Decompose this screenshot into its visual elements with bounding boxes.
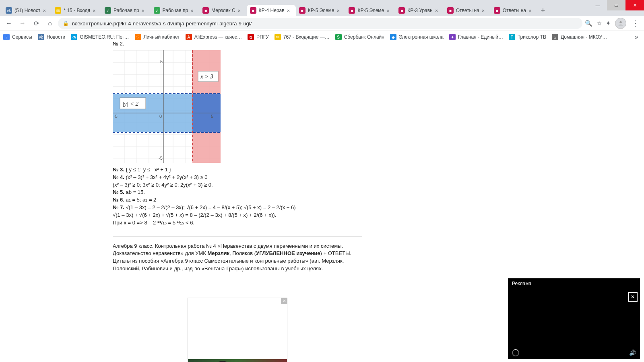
tab-close-icon[interactable]: × xyxy=(287,8,293,14)
tab-strip: vk(51) Новост×✉* 15 - Входя×✓Рабочая пр×… xyxy=(0,0,644,16)
reload-button[interactable]: ⟳ xyxy=(31,18,42,29)
bookmark-item[interactable]: ✿РПГУ xyxy=(248,34,269,40)
ad-banner[interactable]: ВКУСНАЯПРИВЫЧКАКРЕПКОГО xyxy=(188,359,287,362)
bookmark-item[interactable]: SСбербанк Онлайн xyxy=(335,34,384,40)
problem-2-label: № 2. xyxy=(113,40,362,48)
tab-title: Рабочая пр xyxy=(163,8,188,13)
bookmark-label: Новости xyxy=(47,34,65,40)
bookmark-favicon: ✉ xyxy=(275,34,281,40)
bookmark-label: GISMETEO.RU: Пог… xyxy=(80,34,129,40)
bookmark-favicon: ⌂ xyxy=(552,34,558,40)
tab-title: КР-5 Элеме xyxy=(308,8,334,13)
tab-favicon: ■ xyxy=(250,7,256,14)
bookmark-item[interactable]: vkНовости xyxy=(38,34,65,40)
bookmark-label: Главная - Единый… xyxy=(458,34,503,40)
bookmark-item[interactable]: AAliExpress — качес… xyxy=(186,34,242,40)
tab-favicon: ■ xyxy=(447,7,454,14)
tab-close-icon[interactable]: × xyxy=(238,8,244,14)
toolbar: ← → ⟳ ⌂ 🔒 всеконтрольные.рф/kr-4-neraven… xyxy=(0,16,644,31)
bookmark-label: Триколор ТВ xyxy=(518,34,546,40)
window-minimize[interactable]: — xyxy=(588,0,607,10)
video-ad-title: Реклама xyxy=(508,278,640,289)
tab-close-icon[interactable]: × xyxy=(386,8,392,14)
bookmark-star-icon[interactable]: ☆ xyxy=(597,20,602,27)
bookmark-favicon: T xyxy=(509,34,515,40)
bookmark-label: Сбербанк Онлайн xyxy=(344,34,384,40)
back-button[interactable]: ← xyxy=(3,18,14,29)
forward-button[interactable]: → xyxy=(17,18,28,29)
home-button[interactable]: ⌂ xyxy=(44,18,56,29)
browser-tab[interactable]: vk(51) Новост× xyxy=(2,5,52,16)
window-close[interactable]: ✕ xyxy=(625,0,644,10)
zoom-icon[interactable]: 🔍 xyxy=(585,20,592,27)
bookmark-favicon: A xyxy=(186,34,192,40)
problem-4b: (x² – 3)² ≥ 0; 3x² ≥ 0; 4y² ≥ 0; 2y(x² +… xyxy=(113,181,362,189)
divider xyxy=(113,237,362,237)
browser-tab[interactable]: ■Ответы на× xyxy=(444,5,491,16)
new-tab-button[interactable]: + xyxy=(537,5,549,16)
tab-close-icon[interactable]: × xyxy=(336,8,342,14)
bookmarks-overflow[interactable]: » xyxy=(635,33,641,41)
problem-7b: √(1 – 3x) + √(6 + 2x) + √(5 + x) = 8 – (… xyxy=(113,212,362,219)
tab-close-icon[interactable]: × xyxy=(190,8,196,14)
browser-tab[interactable]: ■Мерзляк С× xyxy=(199,5,246,16)
tab-close-icon[interactable]: × xyxy=(435,8,441,14)
tab-close-icon[interactable]: × xyxy=(43,8,48,14)
window-maximize[interactable]: ▭ xyxy=(607,0,625,10)
problem-3: № 3. { y ≤ 1; y ≤ –x² + 1 } xyxy=(113,166,362,174)
bookmark-favicon: ◆ xyxy=(390,34,396,40)
video-ad-overlay: Реклама ✕ 🔊 xyxy=(508,278,640,359)
bookmark-item[interactable]: TТриколор ТВ xyxy=(509,34,546,40)
browser-tab[interactable]: ■КР-3 Уравн× xyxy=(395,5,444,16)
ad-close-button[interactable]: ✕ xyxy=(281,298,287,304)
problem-7: № 7. √(1 – 3x) = 2 – 2/(2 – 3x); √(6 + 2… xyxy=(113,204,362,212)
bookmark-label: 767 - Входящие —… xyxy=(283,34,330,40)
bookmark-favicon: vk xyxy=(38,34,44,40)
tab-close-icon[interactable]: × xyxy=(93,8,98,14)
browser-tab[interactable]: ■КР-5 Элеме× xyxy=(296,5,346,16)
tab-close-icon[interactable]: × xyxy=(142,8,147,14)
bookmark-label: AliExpress — качес… xyxy=(194,34,242,40)
tab-close-icon[interactable]: × xyxy=(528,8,534,14)
extensions-icon[interactable]: ✦ xyxy=(606,20,611,27)
profile-avatar[interactable] xyxy=(615,18,626,29)
bookmark-label: Электронная школа xyxy=(399,34,444,40)
graph-y-top: 5 xyxy=(160,59,163,64)
bookmark-item[interactable]: ✉767 - Входящие —… xyxy=(275,34,330,40)
graph-x-left: -5 xyxy=(114,114,118,119)
address-bar[interactable]: 🔒 всеконтрольные.рф/kr-4-neravenstva-s-d… xyxy=(58,18,582,29)
chrome-menu[interactable]: ⋮ xyxy=(630,19,641,28)
bookmark-item[interactable]: ◆Электронная школа xyxy=(390,34,444,40)
bookmark-item[interactable]: ♡Личный кабинет xyxy=(135,34,180,40)
bookmark-item[interactable]: ⋮⋮⋮Сервисы xyxy=(3,34,32,40)
problem-5: № 5. ab = 15. xyxy=(113,189,362,196)
tab-favicon: ■ xyxy=(202,7,209,14)
browser-tab[interactable]: ■КР-4 Нерав× xyxy=(247,5,296,16)
browser-tab[interactable]: ✓Рабочая пр× xyxy=(151,5,200,16)
loading-spinner-icon xyxy=(512,349,519,356)
bookmark-item[interactable]: ⌂Домашняя - МКОУ… xyxy=(552,34,607,40)
browser-tab[interactable]: ■Ответы на× xyxy=(491,5,537,16)
graph-y-bot: -5 xyxy=(159,156,163,160)
bookmark-item[interactable]: ◔GISMETEO.RU: Пог… xyxy=(71,34,129,40)
bookmark-favicon: S xyxy=(335,34,342,40)
graph-label-y: |y| < 2 xyxy=(122,101,139,107)
bookmark-item[interactable]: ✦Главная - Единый… xyxy=(449,34,503,40)
browser-tab[interactable]: ✉* 15 - Входя× xyxy=(52,5,101,16)
tab-favicon: ■ xyxy=(349,7,355,14)
video-ad-close-button[interactable]: ✕ xyxy=(628,292,638,302)
graph-x-right: 5 xyxy=(211,114,213,119)
bookmark-label: Сервисы xyxy=(12,34,32,40)
page-viewport: № 2. xyxy=(0,40,644,362)
tab-close-icon[interactable]: × xyxy=(482,8,487,14)
inequality-graph: 5 -5 -5 0 5 x > 3 |y| < 2 xyxy=(113,50,221,163)
tab-title: * 15 - Входя xyxy=(64,8,90,13)
bookmark-favicon: ◔ xyxy=(71,34,77,40)
tab-title: КР-4 Нерав xyxy=(259,8,285,13)
sound-icon[interactable]: 🔊 xyxy=(629,350,636,356)
tab-title: КР-3 Уравн xyxy=(407,8,432,13)
inline-ad: ✕ ВКУСНАЯПРИВЫЧКАКРЕПКОГО xyxy=(188,298,287,362)
browser-tab[interactable]: ✓Рабочая пр× xyxy=(101,5,151,16)
bookmark-favicon: ♡ xyxy=(135,34,141,40)
browser-tab[interactable]: ■КР-5 Элеме× xyxy=(345,5,395,16)
